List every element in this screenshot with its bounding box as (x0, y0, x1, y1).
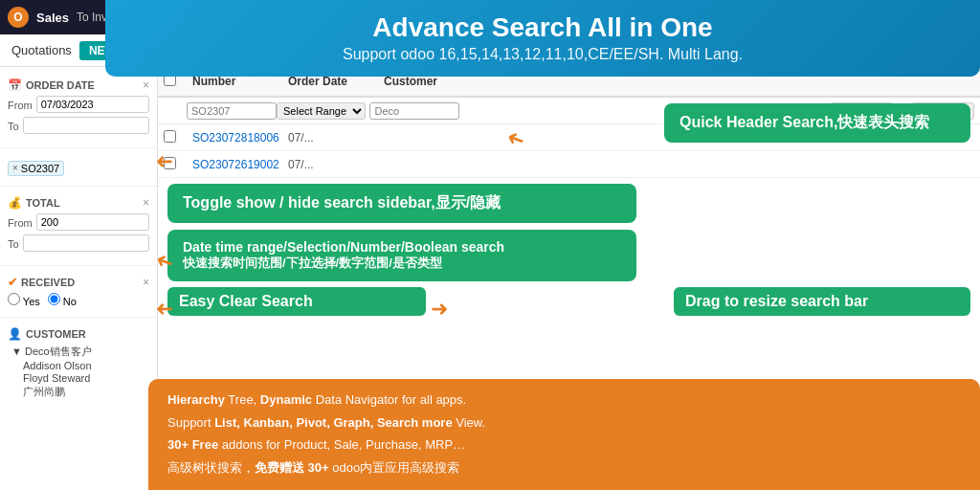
total-to-row: To (8, 234, 149, 254)
order-date-header: 📅 ORDER DATE × (8, 78, 149, 92)
app-logo: O (8, 7, 29, 28)
customer-header: 👤 CUSTOMER (8, 327, 149, 341)
col-customer-header[interactable]: Customer (378, 75, 493, 88)
sidebar-total-section: 💰 TOTAL × From To (0, 192, 157, 259)
banner-subtitle: Support odoo 16,15,14,13,12,11,10,CE/EE/… (124, 46, 961, 63)
sidebar-received-section: ✔ RECEIVED × Yes No (0, 272, 157, 311)
from-label: From (8, 100, 33, 111)
sep-1 (0, 147, 157, 148)
sep-2 (0, 186, 157, 187)
customer-tree-child-1[interactable]: Addison Olson (8, 360, 149, 371)
row2-check (164, 156, 187, 173)
row1-number[interactable]: SO23072818006 (187, 131, 282, 145)
radio-yes-label[interactable]: Yes (8, 293, 40, 307)
orange-info-box: Hierarchy Tree, Dynamic Data Navigator f… (148, 379, 980, 490)
callout-toggle-text: Toggle show / hide search sidebar,显示/隐藏 (183, 194, 501, 211)
page-title: Quotations (11, 43, 72, 57)
orange-line-4: 高级树状搜索，免费赠送 30+ odoo内置应用高级搜索 (167, 458, 961, 478)
row1-checkbox[interactable] (164, 130, 176, 143)
orange-line-3: 30+ Free addons for Product, Sale, Purch… (167, 435, 961, 455)
row1-date: 07/... (282, 131, 378, 145)
total-to-label: To (8, 238, 19, 250)
total-from-row: From (8, 213, 149, 233)
order-date-label: ORDER DATE (26, 79, 95, 91)
col-number-header[interactable]: Number (187, 75, 282, 88)
row1-check (164, 129, 187, 146)
from-date-input[interactable] (36, 96, 149, 113)
sep-3 (0, 265, 157, 266)
order-date-close-btn[interactable]: × (143, 78, 149, 92)
received-icon: ✔ (8, 276, 17, 289)
col-date-header[interactable]: Order Date (282, 75, 378, 88)
received-radio-group: Yes No (8, 293, 149, 307)
table-row: SO23072619002 07/... (158, 151, 980, 178)
customer-label: CUSTOMER (26, 328, 86, 340)
callout-toggle: Toggle show / hide search sidebar,显示/隐藏 (167, 184, 636, 223)
received-label: RECEIVED (21, 277, 75, 288)
callout-easy-clear: Easy Clear Search (167, 287, 426, 316)
sidebar-customer-section: 👤 CUSTOMER ▼ Deco销售客户 Addison Olson Floy… (0, 323, 157, 404)
filter-tag-value: SO2307 (21, 163, 59, 174)
customer-tree-child-2[interactable]: Floyd Steward (8, 372, 149, 384)
search-sidebar: 📅 ORDER DATE × From To × SO2307 (0, 67, 158, 490)
to-label: To (8, 121, 19, 132)
module-label[interactable]: Sales (36, 11, 69, 25)
sep-4 (0, 317, 157, 318)
received-header: ✔ RECEIVED × (8, 276, 149, 289)
radio-no-input[interactable] (48, 293, 60, 305)
total-from-input[interactable] (36, 213, 149, 231)
from-date-row: From (8, 96, 149, 115)
customer-tree-parent[interactable]: ▼ Deco销售客户 (8, 345, 149, 359)
total-label: TOTAL (26, 197, 60, 209)
customer-tree-child-3[interactable]: 广州尚鹏 (8, 385, 149, 399)
filter-tag-so: × SO2307 (8, 161, 64, 176)
orange-line-2: Support List, Kanban, Pivot, Graph, Sear… (167, 413, 961, 433)
radio-yes-input[interactable] (8, 293, 20, 305)
callout-drag-resize-text: Drag to resize search bar (685, 293, 868, 309)
callout-quick-header: Quick Header Search,快速表头搜索 (664, 103, 970, 143)
range-select[interactable]: Select Range (277, 102, 366, 120)
total-icon: 💰 (8, 196, 22, 210)
sidebar-order-date-section: 📅 ORDER DATE × From To (0, 75, 157, 142)
orange-line-1: Hierarchy Tree, Dynamic Data Navigator f… (167, 390, 961, 410)
callout-datetime-text: Date time range/Selection/Number/Boolean… (183, 239, 504, 270)
customer-icon: 👤 (8, 327, 22, 341)
radio-no-label[interactable]: No (48, 293, 77, 307)
customer-search-input[interactable] (369, 102, 459, 120)
to-date-row: To (8, 117, 149, 136)
callout-datetime: Date time range/Selection/Number/Boolean… (167, 230, 636, 281)
callout-drag-resize: Drag to resize search bar (674, 287, 970, 316)
number-search-input[interactable] (187, 102, 277, 120)
callout-quick-header-text: Quick Header Search,快速表头搜索 (679, 114, 929, 130)
to-date-input[interactable] (23, 117, 149, 134)
row2-checkbox[interactable] (164, 157, 176, 169)
banner-title: Advance Search All in One (124, 11, 961, 44)
blue-banner: Advance Search All in One Support odoo 1… (105, 0, 980, 77)
filter-tag-close-icon[interactable]: × (12, 163, 18, 173)
total-to-input[interactable] (23, 234, 149, 252)
total-close-btn[interactable]: × (143, 196, 149, 210)
order-date-icon: 📅 (8, 78, 22, 92)
callout-easy-clear-text: Easy Clear Search (179, 293, 313, 309)
total-from-label: From (8, 217, 33, 229)
received-close-btn[interactable]: × (143, 276, 149, 289)
total-header: 💰 TOTAL × (8, 196, 149, 210)
row2-number[interactable]: SO23072619002 (187, 158, 282, 171)
row2-date: 07/... (282, 158, 378, 171)
active-filter-section: × SO2307 (0, 154, 157, 180)
